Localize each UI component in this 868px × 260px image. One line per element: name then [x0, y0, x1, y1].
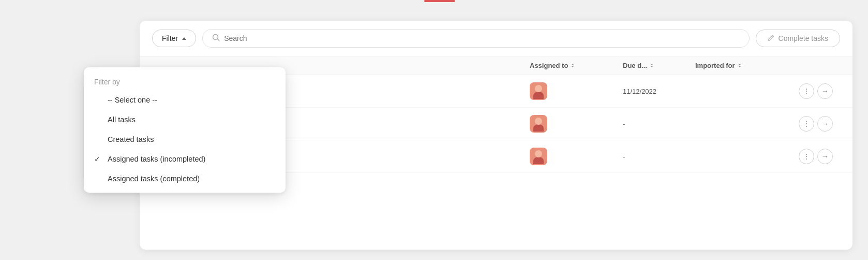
row-assigned-3 — [530, 148, 623, 165]
row-actions-1: ⋮ → — [799, 83, 840, 99]
complete-tasks-label: Complete tasks — [779, 34, 828, 42]
row-due-3: - — [623, 153, 695, 161]
arrow-up-icon — [182, 37, 186, 40]
check-placeholder — [94, 96, 102, 104]
dropdown-header: Filter by — [84, 71, 286, 90]
search-input[interactable] — [224, 34, 739, 42]
th-due[interactable]: Due d... — [623, 62, 695, 69]
sort-due-icon — [650, 64, 653, 67]
dropdown-item-select-one[interactable]: -- Select one -- — [84, 90, 286, 110]
filter-dropdown: Filter by -- Select one -- All tasks Cre… — [84, 67, 286, 193]
check-placeholder-2 — [94, 115, 102, 124]
avatar-3 — [530, 148, 547, 165]
th-imported[interactable]: Imported for — [695, 62, 799, 69]
avatar-1 — [530, 82, 547, 100]
row-actions-2: ⋮ → — [799, 116, 840, 132]
red-bar — [424, 0, 455, 2]
row-assigned-2 — [530, 115, 623, 133]
avatar-2 — [530, 115, 547, 133]
complete-tasks-button[interactable]: Complete tasks — [756, 30, 840, 47]
more-options-button-2[interactable]: ⋮ — [799, 116, 814, 132]
dropdown-item-assigned-completed[interactable]: Assigned tasks (completed) — [84, 169, 286, 189]
th-assigned[interactable]: Assigned to — [530, 62, 623, 69]
pencil-icon — [768, 34, 774, 42]
sort-assigned-icon — [571, 64, 574, 67]
more-options-button-3[interactable]: ⋮ — [799, 149, 814, 164]
check-placeholder-5 — [94, 175, 102, 183]
filter-button[interactable]: Filter — [152, 30, 196, 47]
navigate-button-3[interactable]: → — [817, 149, 833, 164]
dropdown-item-assigned-incompleted[interactable]: ✓ Assigned tasks (incompleted) — [84, 149, 286, 169]
svg-line-1 — [218, 39, 220, 41]
row-assigned-1 — [530, 82, 623, 100]
more-options-button-1[interactable]: ⋮ — [799, 83, 814, 99]
dropdown-item-created-tasks[interactable]: Created tasks — [84, 129, 286, 149]
dropdown-item-all-tasks[interactable]: All tasks — [84, 110, 286, 129]
row-due-2: - — [623, 120, 695, 128]
search-bar — [202, 29, 749, 48]
toolbar: Filter Compl — [140, 21, 852, 56]
filter-label: Filter — [162, 34, 178, 42]
checkmark-icon: ✓ — [94, 155, 102, 163]
navigate-button-2[interactable]: → — [817, 116, 833, 132]
navigate-button-1[interactable]: → — [817, 83, 833, 99]
page-container: Filter Compl — [0, 0, 868, 260]
row-actions-3: ⋮ → — [799, 149, 840, 164]
dropdown-arrow — [133, 67, 143, 68]
check-placeholder-3 — [94, 135, 102, 143]
sort-imported-icon — [738, 64, 741, 67]
row-due-1: 11/12/2022 — [623, 88, 695, 95]
search-icon — [212, 34, 220, 43]
